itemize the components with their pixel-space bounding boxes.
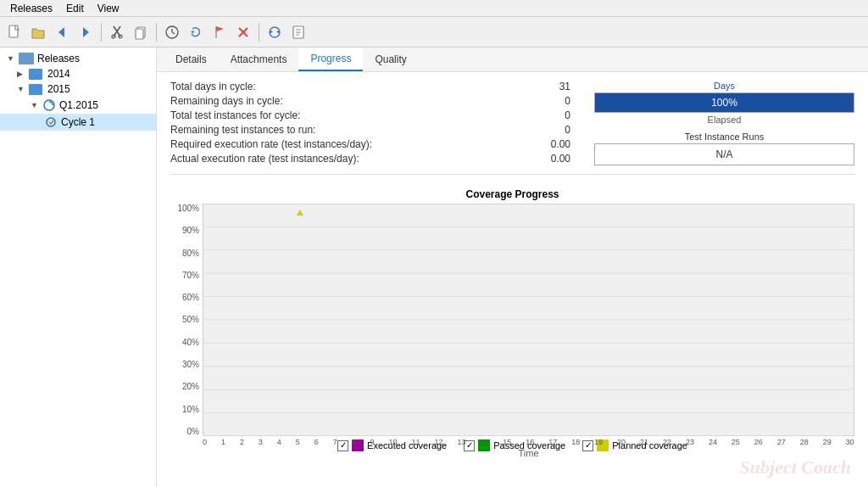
field-value: 0 — [543, 109, 577, 121]
progress-field-row: Total test instances for cycle:0 — [170, 109, 577, 121]
x-axis-label: Time — [203, 448, 854, 458]
history-button[interactable] — [161, 21, 183, 43]
sidebar-item-releases[interactable]: ▼ Releases — [0, 51, 156, 66]
chart-body: 0123456789101112131415161718192021222324… — [203, 204, 854, 436]
x-tick: 7 — [333, 438, 337, 446]
menu-view[interactable]: View — [91, 1, 126, 16]
instance-runs-section: Test Instance Runs N/A — [594, 132, 854, 165]
y-tick: 50% — [182, 315, 199, 324]
svg-line-11 — [172, 32, 175, 34]
document-button[interactable] — [287, 21, 309, 43]
tab-quality[interactable]: Quality — [363, 48, 418, 71]
y-tick: 10% — [182, 405, 199, 414]
y-axis: 100%90%80%70%60%50%40%30%20%10%0% — [170, 204, 203, 436]
svg-marker-1 — [58, 27, 64, 37]
x-tick: 9 — [370, 438, 375, 446]
back-button[interactable] — [51, 21, 73, 43]
forward-button[interactable] — [75, 21, 97, 43]
field-value: 31 — [543, 81, 577, 92]
progress-section: Total days in cycle:31Remaining days in … — [157, 72, 868, 167]
field-label: Required execution rate (test instances/… — [170, 138, 372, 150]
divider — [170, 174, 854, 175]
x-tick: 27 — [777, 438, 786, 446]
cycle-icon — [44, 115, 58, 129]
x-tick: 28 — [800, 438, 809, 446]
x-tick: 24 — [709, 438, 717, 446]
cut-button[interactable] — [106, 21, 128, 43]
progress-field-row: Remaining test instances to run:0 — [170, 124, 577, 136]
chart-wrapper: 100%90%80%70%60%50%40%30%20%10%0% 012345… — [170, 204, 854, 436]
svg-marker-2 — [83, 27, 89, 37]
menu-bar: Releases Edit View — [0, 0, 868, 17]
tab-progress[interactable]: Progress — [298, 48, 363, 71]
chart-svg — [203, 204, 854, 436]
field-label: Total test instances for cycle: — [170, 109, 300, 121]
x-tick: 19 — [594, 438, 603, 446]
toolbar — [0, 17, 868, 48]
x-tick: 18 — [571, 438, 580, 446]
x-tick: 5 — [296, 438, 300, 446]
label-2014: 2014 — [47, 68, 70, 80]
field-label: Remaining days in cycle: — [170, 95, 283, 107]
days-title: Days — [594, 81, 854, 91]
x-tick: 3 — [259, 438, 263, 446]
field-value: 0 — [543, 124, 577, 136]
na-label: N/A — [715, 148, 732, 160]
chart-title: Coverage Progress — [170, 188, 854, 200]
svg-point-23 — [47, 118, 55, 126]
sidebar-item-q12015[interactable]: ▼ Q1.2015 — [0, 97, 156, 114]
x-tick: 13 — [457, 438, 465, 446]
y-tick: 60% — [182, 293, 199, 302]
progress-field-row: Remaining days in cycle:0 — [170, 95, 577, 107]
menu-edit[interactable]: Edit — [59, 1, 91, 16]
label-cycle1: Cycle 1 — [61, 116, 95, 128]
x-tick: 10 — [389, 438, 398, 446]
y-tick: 20% — [182, 382, 199, 391]
x-tick: 11 — [411, 438, 420, 446]
sidebar-item-cycle1[interactable]: Cycle 1 — [0, 114, 156, 131]
tab-details[interactable]: Details — [164, 48, 219, 71]
y-tick: 80% — [182, 249, 199, 258]
flag-button[interactable] — [209, 21, 231, 43]
x-tick: 4 — [277, 438, 281, 446]
field-label: Total days in cycle: — [170, 81, 256, 92]
open-button[interactable] — [27, 21, 49, 43]
svg-rect-8 — [136, 29, 143, 39]
x-tick: 29 — [823, 438, 832, 446]
days-section: Days 100% Elapsed — [594, 81, 854, 125]
tab-attachments[interactable]: Attachments — [219, 48, 299, 71]
x-tick: 0 — [203, 438, 207, 446]
x-tick: 22 — [663, 438, 671, 446]
menu-releases[interactable]: Releases — [3, 1, 59, 16]
x-axis: 0123456789101112131415161718192021222324… — [203, 436, 854, 448]
expand-2014-icon: ▶ — [17, 70, 25, 78]
y-tick: 100% — [177, 204, 199, 213]
new-button[interactable] — [3, 21, 25, 43]
x-tick: 6 — [314, 438, 319, 446]
x-tick: 20 — [617, 438, 626, 446]
progress-field-row: Required execution rate (test instances/… — [170, 138, 577, 150]
copy-button[interactable] — [130, 21, 152, 43]
progress-field-row: Actual execution rate (test instances/da… — [170, 153, 577, 165]
stop-button[interactable] — [232, 21, 254, 43]
na-box: N/A — [594, 143, 854, 165]
folder-2014-icon — [29, 69, 42, 80]
elapsed-label: Elapsed — [594, 115, 854, 125]
sidebar-item-2015[interactable]: ▼ 2015 — [0, 81, 156, 97]
sidebar-item-2014[interactable]: ▶ 2014 — [0, 66, 156, 81]
x-tick: 17 — [548, 438, 557, 446]
x-tick: 2 — [240, 438, 244, 446]
x-tick: 12 — [434, 438, 442, 446]
sync-button[interactable] — [264, 21, 286, 43]
tabs: Details Attachments Progress Quality — [157, 48, 868, 72]
progress-indicators: Days 100% Elapsed Test Instance Runs N/A — [594, 81, 854, 167]
x-tick: 14 — [480, 438, 488, 446]
content-panel: Details Attachments Progress Quality Tot… — [157, 48, 868, 487]
y-tick: 0% — [187, 427, 199, 436]
main: ▼ Releases ▶ 2014 ▼ 2015 ▼ Q1.2015 Cycle… — [0, 48, 868, 487]
svg-marker-17 — [276, 30, 280, 34]
progress-bar-fill: 100% — [595, 93, 854, 112]
refresh-button[interactable] — [185, 21, 207, 43]
y-tick: 40% — [182, 338, 199, 347]
x-tick: 16 — [526, 438, 534, 446]
